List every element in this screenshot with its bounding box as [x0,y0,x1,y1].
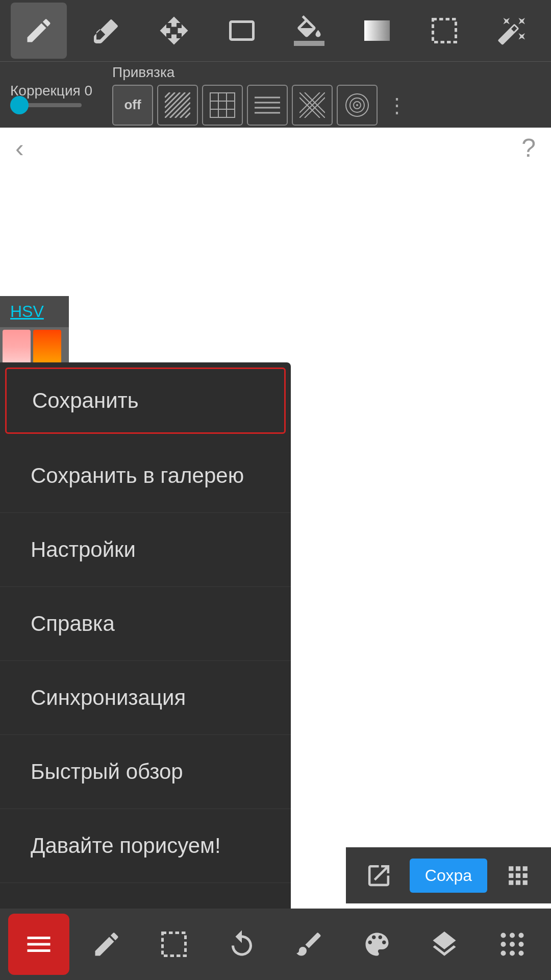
wand-tool-button[interactable] [484,3,540,59]
dropdown-menu: Сохранить Сохранить в галерею Настройки … [0,362,291,957]
snap-diagonal-button[interactable] [157,85,198,126]
svg-point-35 [518,933,523,938]
edit-button[interactable] [76,914,137,975]
transform-tool-button[interactable] [146,3,202,59]
canvas-nav: ‹ ? [0,128,551,168]
rectangle-tool-button[interactable] [214,3,270,59]
svg-rect-2 [364,20,390,41]
svg-point-34 [510,933,515,938]
canvas-area[interactable]: ‹ ? HSV Сохранить Сохранить в галерею На… [0,128,551,909]
bottom-toolbar [0,909,551,980]
svg-rect-0 [230,22,253,40]
eraser-tool-button[interactable] [79,3,135,59]
selection-tool-button[interactable] [416,3,472,59]
gradient-tool-button[interactable] [349,3,405,59]
brush-button[interactable] [279,914,340,975]
svg-point-39 [500,951,506,956]
pencil-tool-button[interactable] [11,3,67,59]
menu-item-save-gallery[interactable]: Сохранить в галерею [0,439,291,513]
menu-button[interactable] [8,914,69,975]
save-blue-button[interactable]: Сохра [410,859,487,893]
snap-off-button[interactable]: off [112,85,153,126]
layers-button[interactable] [414,914,475,975]
rotate-button[interactable] [211,914,272,975]
slider-track[interactable] [10,103,82,107]
menu-item-help[interactable]: Справка [0,587,291,661]
correction-section: Коррекция 0 [10,83,102,107]
svg-line-4 [165,92,190,118]
menu-item-lets-draw[interactable]: Давайте порисуем! [0,809,291,883]
color-palette-button[interactable] [346,914,408,975]
snap-radial-button[interactable] [337,85,378,126]
slider-thumb[interactable] [10,96,29,114]
more-button[interactable] [482,914,543,975]
bottom-right-area: Сохра [346,847,551,903]
svg-rect-3 [433,19,456,42]
menu-item-save[interactable]: Сохранить [5,368,286,434]
selection-button[interactable] [143,914,205,975]
svg-point-31 [356,104,358,106]
snap-horizontal-button[interactable] [247,85,288,126]
snap-cross-diagonal-button[interactable] [292,85,333,126]
snap-section: Привязка off [112,64,541,126]
menu-item-settings[interactable]: Настройки [0,513,291,587]
export-button[interactable] [354,855,405,896]
svg-rect-32 [163,933,186,956]
svg-point-36 [500,942,506,947]
svg-point-40 [510,951,515,956]
second-toolbar: Коррекция 0 Привязка off [0,61,551,128]
svg-point-33 [500,933,506,938]
correction-label: Коррекция 0 [10,83,102,99]
snap-buttons: off [112,85,541,126]
svg-line-12 [185,113,190,118]
svg-line-9 [165,92,175,103]
svg-rect-1 [294,41,324,46]
snap-grid-button[interactable] [202,85,243,126]
snap-label: Привязка [112,64,541,81]
svg-rect-17 [210,93,235,117]
svg-line-11 [180,108,190,118]
nav-help-button[interactable]: ? [521,133,536,163]
menu-item-quick-view[interactable]: Быстрый обзор [0,735,291,809]
fill-tool-button[interactable] [281,3,337,59]
snap-more-button[interactable]: ⋮ [382,88,412,122]
svg-point-37 [510,942,515,947]
apps-button[interactable] [492,855,543,896]
menu-item-sync[interactable]: Синхронизация [0,661,291,735]
svg-point-38 [518,942,523,947]
svg-point-41 [518,951,523,956]
hsv-tab[interactable]: HSV [0,296,69,327]
slider-container [10,103,102,107]
nav-back-button[interactable]: ‹ [15,133,24,163]
top-toolbar [0,0,551,61]
svg-line-10 [165,92,170,97]
